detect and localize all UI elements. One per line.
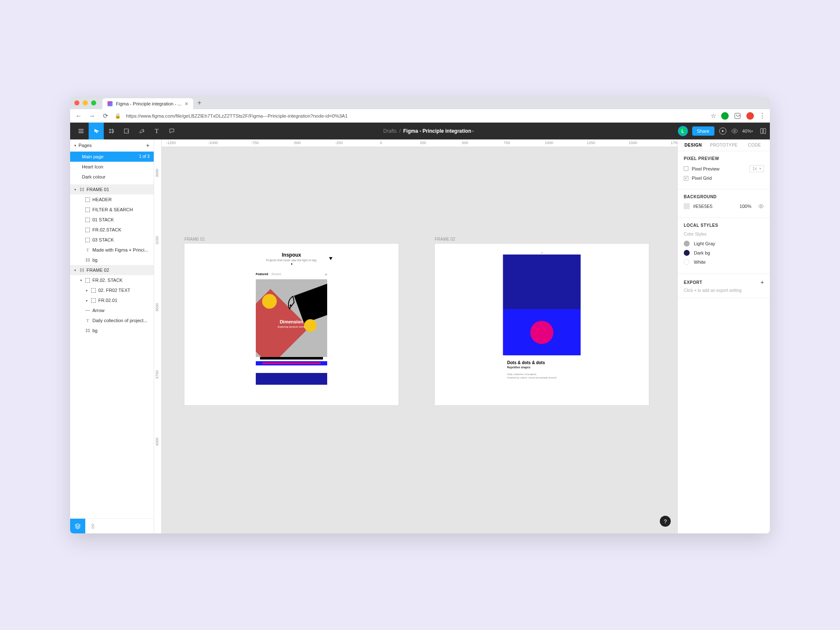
layer-row[interactable]: bg [70, 326, 154, 336]
layer-row[interactable]: FILTER & SEARCH [70, 205, 154, 215]
browser-address-bar: ← → ⟳ 🔒 https://www.figma.com/file/geLBZ… [70, 109, 770, 123]
comment-tool-button[interactable] [164, 123, 179, 139]
layer-row[interactable]: ▾FRAME 02 [70, 265, 154, 275]
forward-button[interactable]: → [88, 112, 96, 119]
layer-caret-icon[interactable]: ▾ [79, 278, 83, 282]
canvas[interactable]: -1250-1000-750-500-250025050075010001250… [154, 139, 677, 533]
page-dark-colour[interactable]: Dark colour [70, 172, 154, 182]
layer-row[interactable]: ▸FR.02.01 [70, 295, 154, 305]
f1-card-title: Dimension [256, 319, 327, 324]
layer-row[interactable]: bg [70, 255, 154, 265]
background-opacity-input[interactable]: 100% [740, 204, 751, 209]
new-tab-button[interactable]: + [197, 99, 201, 107]
page-heart-icon[interactable]: Heart Icon [70, 162, 154, 172]
style-white[interactable]: White [684, 259, 764, 265]
lock-icon[interactable]: 🔒 [115, 113, 121, 119]
dashed-icon [91, 288, 96, 293]
browser-menu-button[interactable]: ⋮ [759, 112, 766, 120]
frame-tool-button[interactable]: ▾ [104, 123, 119, 139]
f2-line2: Inspired by colour, mood and people arou… [507, 376, 577, 379]
pixel-preview-scale-select[interactable]: 1x▾ [749, 165, 764, 172]
layer-label: FR.02.01 [98, 298, 151, 303]
add-page-button[interactable]: + [146, 142, 150, 149]
frame01[interactable]: Inspoux Projects that never saw the ligh… [184, 244, 399, 405]
layer-label: 02. FR02 TEXT [98, 288, 151, 293]
window-zoom-button[interactable] [91, 100, 96, 105]
layer-row[interactable]: Made with Figma + Princi... [70, 245, 154, 255]
layer-row[interactable]: ▾FRAME 01 [70, 184, 154, 194]
pixel-grid-checkbox[interactable] [684, 176, 688, 181]
back-button[interactable]: ← [74, 112, 83, 119]
text-tool-button[interactable]: T [149, 123, 164, 139]
hash-icon [85, 328, 90, 333]
layer-caret-icon[interactable]: ▾ [74, 188, 77, 192]
frame02-label[interactable]: FRAME 02 [435, 237, 455, 242]
layers-tab-button[interactable] [70, 519, 85, 534]
pixel-preview-title: PIXEL PREVIEW [684, 156, 764, 161]
style-light-gray[interactable]: Light Gray [684, 241, 764, 247]
layer-row[interactable]: Daily collection of project... [70, 315, 154, 326]
view-settings-button[interactable] [731, 128, 738, 134]
browser-tab[interactable]: Figma - Principle integration - ... × [102, 98, 193, 109]
frame01-content: Inspoux Projects that never saw the ligh… [256, 252, 327, 385]
zoom-dropdown[interactable]: 40% ▾ [742, 129, 753, 134]
help-button[interactable]: ? [660, 516, 671, 527]
f2-subtitle: Repetitive shapes [507, 366, 577, 369]
breadcrumb-root: Drafts [383, 128, 397, 134]
tab-prototype[interactable]: PROTOTYPE [709, 139, 739, 151]
reload-button[interactable]: ⟳ [101, 112, 110, 120]
window-minimize-button[interactable] [83, 100, 88, 105]
assets-tab-button[interactable] [85, 519, 100, 534]
line-icon [85, 308, 90, 313]
layer-label: Daily collection of project... [92, 318, 151, 323]
layer-caret-icon[interactable]: ▸ [85, 299, 89, 302]
pixel-preview-section: PIXEL PREVIEW Pixel Preview 1x▾ Pixel Gr… [678, 151, 770, 189]
background-hex-input[interactable]: #E5E5E5 [693, 204, 718, 209]
export-section: EXPORT + Click + to add an export settin… [678, 274, 770, 298]
present-button[interactable] [719, 127, 727, 135]
export-hint: Click + to add an export setting [684, 288, 764, 293]
layer-row[interactable]: FR.02.STACK [70, 225, 154, 235]
layer-row[interactable]: 01 STACK [70, 215, 154, 225]
browser-tab-title: Figma - Principle integration - ... [116, 101, 181, 106]
text-icon [85, 247, 90, 253]
user-avatar[interactable]: L [678, 126, 688, 136]
background-visibility-toggle[interactable] [758, 203, 764, 209]
layers-panel: ▾FRAME 01HEADERFILTER & SEARCH01 STACKFR… [70, 182, 154, 518]
share-button[interactable]: Share [692, 126, 714, 136]
tab-code[interactable]: CODE [739, 139, 770, 151]
pages-header[interactable]: ▾ Pages + [70, 139, 154, 152]
user-extension-icon[interactable] [746, 112, 754, 120]
bookmark-button[interactable]: ☆ [711, 112, 716, 120]
shape-tool-button[interactable]: ▾ [119, 123, 134, 139]
url-field[interactable]: https://www.figma.com/file/geLBZZlEh7TxD… [126, 113, 706, 118]
layer-caret-icon[interactable]: ▸ [85, 289, 89, 292]
layer-caret-icon[interactable]: ▾ [74, 268, 77, 272]
f2-line1: Daily collection of projects. [507, 373, 577, 375]
pen-tool-button[interactable]: ▾ [134, 123, 149, 139]
evernote-extension-icon[interactable] [721, 112, 729, 120]
layer-row[interactable]: ▾FR.02. STACK [70, 275, 154, 285]
move-tool-button[interactable]: ▾ [89, 123, 104, 139]
frame01-label[interactable]: FRAME 01 [184, 237, 205, 242]
pixel-preview-checkbox[interactable] [684, 166, 688, 171]
file-breadcrumb[interactable]: Drafts / Figma - Principle integration ▾ [179, 128, 678, 134]
layer-row[interactable]: ▸02. FR02 TEXT [70, 285, 154, 295]
page-main[interactable]: Main page 1 of 3 [70, 152, 154, 162]
window-close-button[interactable] [74, 100, 79, 105]
browser-window: Figma - Principle integration - ... × + … [70, 97, 770, 533]
close-tab-button[interactable]: × [185, 100, 188, 107]
add-export-button[interactable]: + [761, 279, 764, 286]
frame02[interactable]: Dots & dots & dots Repetitive shapes Dai… [435, 244, 649, 405]
library-button[interactable] [760, 128, 766, 134]
style-dot-icon [684, 250, 690, 256]
tab-design[interactable]: DESIGN [678, 139, 709, 151]
hamburger-menu-button[interactable] [74, 123, 89, 139]
layer-row[interactable]: 03 STACK [70, 235, 154, 245]
layer-row[interactable]: Arrow [70, 305, 154, 315]
layer-label: FILTER & SEARCH [92, 207, 151, 212]
pocket-extension-icon[interactable] [734, 112, 741, 120]
style-dark-bg[interactable]: Dark bg [684, 250, 764, 256]
layer-row[interactable]: HEADER [70, 194, 154, 205]
background-swatch[interactable] [684, 203, 690, 209]
